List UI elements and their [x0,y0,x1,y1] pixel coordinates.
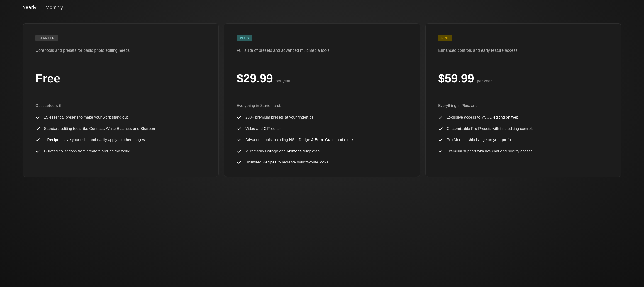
check-icon [35,115,40,120]
check-icon [237,160,242,165]
list-item: 1 Recipe - save your edits and easily ap… [35,137,206,143]
collage-link[interactable]: Collage [265,149,278,153]
list-item: Curated collections from creators around… [35,148,206,154]
plan-card-starter: STARTER Core tools and presets for basic… [23,23,218,177]
plus-price-period: per year [276,79,290,84]
starter-badge: STARTER [35,35,58,41]
starter-price: Free [35,72,206,85]
pro-description: Enhanced controls and early feature acce… [438,48,609,63]
pro-price-period: per year [477,79,492,84]
grain-link[interactable]: Grain [325,138,335,142]
check-icon [438,126,443,131]
feature-text: 200+ premium presets at your fingertips [245,114,314,120]
feature-text: Video and GIF editor [245,126,281,132]
pro-features-list: Exclusive access to VSCO editing on web … [438,114,609,154]
feature-text: Premium support with live chat and prior… [447,148,532,154]
list-item: Pro Membership badge on your profile [438,137,609,143]
list-item: Unlimited Recipes to recreate your favor… [237,159,407,165]
feature-text: Advanced tools including HSL, Dodge & Bu… [245,137,353,143]
list-item: Multimedia Collage and Montage templates [237,148,407,154]
check-icon [237,149,242,154]
check-icon [438,137,443,142]
plus-description: Full suite of presets and advanced multi… [237,48,407,63]
plan-card-pro: PRO Enhanced controls and early feature … [426,23,621,177]
feature-text: Curated collections from creators around… [44,148,130,154]
feature-text: Pro Membership badge on your profile [447,137,512,143]
starter-features-heading: Get started with: [35,104,206,108]
check-icon [237,115,242,120]
list-item: Video and GIF editor [237,126,407,132]
feature-text: Multimedia Collage and Montage templates [245,148,320,154]
hsl-link[interactable]: HSL [289,138,296,142]
feature-text: 1 Recipe - save your edits and easily ap… [44,137,145,143]
list-item: 200+ premium presets at your fingertips [237,114,407,120]
plus-features-list: 200+ premium presets at your fingertips … [237,114,407,165]
check-icon [438,115,443,120]
list-item: 15 essential presets to make your work s… [35,114,206,120]
montage-link[interactable]: Montage [287,149,302,153]
plus-features-heading: Everything in Starter, and: [237,104,407,108]
check-icon [237,137,242,142]
feature-text: 15 essential presets to make your work s… [44,114,128,120]
plus-price-value: $29.99 [237,72,273,85]
plus-price: $29.99 per year [237,72,407,85]
list-item: Exclusive access to VSCO editing on web [438,114,609,120]
recipe-link[interactable]: Recipe [47,138,59,142]
feature-text: Standard editing tools like Contrast, Wh… [44,126,155,132]
feature-text: Customizable Pro Presets with fine editi… [447,126,534,132]
tab-yearly[interactable]: Yearly [23,5,36,14]
check-icon [35,137,40,142]
plan-card-plus: PLUS Full suite of presets and advanced … [224,23,420,177]
tab-monthly[interactable]: Monthly [45,5,63,14]
billing-tabs: Yearly Monthly [0,0,644,14]
starter-features-list: 15 essential presets to make your work s… [35,114,206,154]
check-icon [35,126,40,131]
list-item: Customizable Pro Presets with fine editi… [438,126,609,132]
dodge-burn-link[interactable]: Dodge & Burn [299,138,323,142]
pro-features-heading: Everything in Plus, and: [438,104,609,108]
list-item: Premium support with live chat and prior… [438,148,609,154]
check-icon [35,149,40,154]
feature-text: Unlimited Recipes to recreate your favor… [245,159,328,165]
pro-badge: PRO [438,35,452,41]
check-icon [438,149,443,154]
feature-text: Exclusive access to VSCO editing on web [447,114,518,120]
starter-description: Core tools and presets for basic photo e… [35,48,206,63]
gif-link[interactable]: GIF [264,126,270,131]
list-item: Standard editing tools like Contrast, Wh… [35,126,206,132]
plus-badge: PLUS [237,35,252,41]
list-item: Advanced tools including HSL, Dodge & Bu… [237,137,407,143]
pro-price-value: $59.99 [438,72,474,85]
plans-grid: STARTER Core tools and presets for basic… [0,23,644,190]
starter-price-value: Free [35,72,60,85]
recipes-link[interactable]: Recipes [262,160,276,164]
pro-price: $59.99 per year [438,72,609,85]
editing-on-web-link[interactable]: editing on web [494,115,518,119]
check-icon [237,126,242,131]
